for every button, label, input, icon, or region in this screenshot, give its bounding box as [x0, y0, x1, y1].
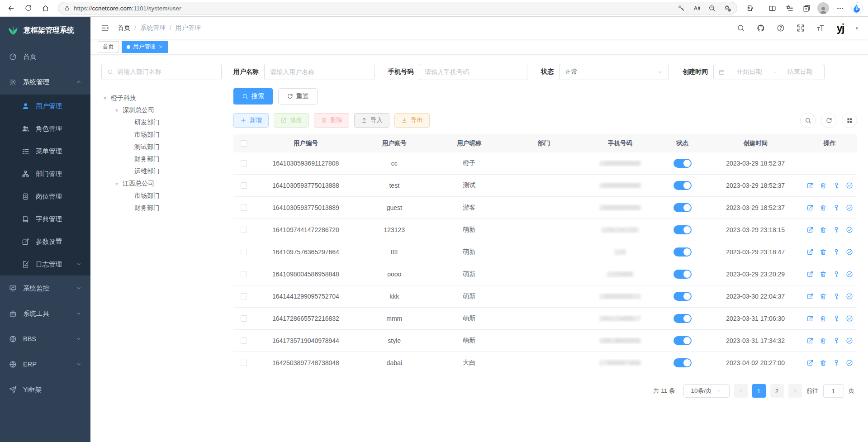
close-icon[interactable] — [158, 44, 163, 49]
collections-icon[interactable] — [800, 2, 813, 14]
row-reset-password-icon[interactable] — [833, 248, 840, 256]
row-delete-icon[interactable] — [820, 182, 827, 189]
profile-avatar[interactable] — [817, 2, 829, 14]
row-delete-icon[interactable] — [820, 271, 827, 278]
address-bar[interactable]: https://ccnetcore.com:1101/system/user — [58, 2, 737, 14]
status-select[interactable]: 正常 — [559, 64, 669, 80]
username-input[interactable] — [264, 64, 375, 80]
sidebar-item-dict-mgmt[interactable]: 字典管理 — [0, 208, 90, 230]
tree-node[interactable]: 研发部门 — [101, 116, 222, 128]
page-button-2[interactable]: 2 — [770, 384, 784, 398]
row-checkbox[interactable] — [241, 249, 247, 255]
tree-node[interactable]: 财务部门 — [101, 202, 222, 214]
row-delete-icon[interactable] — [820, 204, 827, 211]
row-reset-password-icon[interactable] — [833, 226, 840, 233]
row-edit-icon[interactable] — [806, 315, 814, 322]
row-edit-icon[interactable] — [806, 248, 814, 256]
tab-user-mgmt[interactable]: 用户管理 — [122, 41, 168, 53]
row-reset-password-icon[interactable] — [833, 271, 840, 278]
row-edit-icon[interactable] — [806, 337, 814, 344]
sidebar-item-bbs[interactable]: BBS — [0, 326, 90, 352]
row-assign-role-icon[interactable] — [846, 204, 853, 211]
row-delete-icon[interactable] — [820, 359, 827, 366]
tree-node[interactable]: ▾江西总公司 — [101, 177, 222, 190]
row-assign-role-icon[interactable] — [846, 182, 853, 189]
goto-page-input[interactable] — [823, 384, 844, 398]
browser-back-button[interactable] — [5, 2, 17, 14]
zoom-out-icon[interactable] — [706, 2, 718, 14]
sidebar-item-monitor[interactable]: 系统监控 — [0, 276, 90, 301]
next-page-button[interactable] — [788, 384, 802, 398]
browser-refresh-button[interactable] — [22, 2, 34, 14]
date-range-picker[interactable]: 开始日期 - 结束日期 — [713, 64, 825, 80]
row-delete-icon[interactable] — [820, 315, 827, 322]
status-toggle[interactable] — [674, 203, 692, 212]
sidebar-item-system[interactable]: 系统管理 — [0, 69, 90, 95]
tree-node[interactable]: ▾橙子科技 — [101, 92, 222, 104]
more-menu-icon[interactable] — [834, 2, 846, 14]
status-toggle[interactable] — [674, 314, 692, 323]
sidebar-item-user-mgmt[interactable]: 用户管理 — [0, 95, 90, 117]
sidebar-item-menu-mgmt[interactable]: 菜单管理 — [0, 140, 90, 162]
row-delete-icon[interactable] — [820, 248, 827, 256]
row-checkbox[interactable] — [241, 227, 247, 233]
copilot-icon[interactable] — [851, 2, 863, 14]
phone-input[interactable] — [419, 64, 527, 80]
row-reset-password-icon[interactable] — [833, 204, 840, 211]
row-checkbox[interactable] — [241, 271, 247, 277]
sidebar-item-post-mgmt[interactable]: 岗位管理 — [0, 185, 90, 208]
prev-page-button[interactable] — [734, 384, 748, 398]
row-assign-role-icon[interactable] — [846, 315, 853, 322]
row-delete-icon[interactable] — [820, 293, 827, 300]
breadcrumb-system[interactable]: 系统管理 — [140, 24, 166, 32]
export-button[interactable]: 导出 — [394, 113, 430, 128]
header-search-icon[interactable] — [737, 24, 745, 32]
row-assign-role-icon[interactable] — [846, 271, 853, 278]
row-reset-password-icon[interactable] — [833, 337, 840, 344]
github-icon[interactable] — [757, 24, 765, 32]
status-toggle[interactable] — [674, 159, 692, 168]
tree-node[interactable]: 市场部门 — [101, 190, 222, 202]
row-delete-icon[interactable] — [820, 337, 827, 344]
password-key-icon[interactable] — [675, 2, 687, 14]
tab-home[interactable]: 首页 — [98, 41, 119, 53]
add-button[interactable]: 新增 — [233, 113, 269, 128]
row-reset-password-icon[interactable] — [833, 293, 840, 300]
status-toggle[interactable] — [674, 336, 692, 345]
row-reset-password-icon[interactable] — [833, 359, 840, 366]
favorite-add-icon[interactable] — [721, 2, 733, 14]
sidebar-item-tools[interactable]: 系统工具 — [0, 301, 90, 326]
row-reset-password-icon[interactable] — [833, 182, 840, 189]
user-menu-caret-icon[interactable]: ▾ — [855, 25, 858, 31]
import-button[interactable]: 导入 — [354, 113, 389, 128]
row-checkbox[interactable] — [241, 204, 247, 211]
user-avatar-logo[interactable]: yj — [836, 23, 844, 33]
reset-button[interactable]: 重置 — [278, 88, 318, 105]
page-size-select[interactable]: 10条/页 — [683, 384, 730, 398]
row-reset-password-icon[interactable] — [833, 315, 840, 322]
dept-search-input[interactable]: 请输入部门名称 — [101, 64, 222, 80]
row-edit-icon[interactable] — [806, 293, 814, 300]
sidebar-toggle-icon[interactable] — [100, 24, 109, 33]
status-toggle[interactable] — [674, 181, 692, 190]
extensions-icon[interactable] — [744, 2, 756, 14]
status-toggle[interactable] — [674, 292, 692, 301]
row-assign-role-icon[interactable] — [846, 248, 853, 256]
fullscreen-icon[interactable] — [797, 24, 805, 32]
sidebar-item-role-mgmt[interactable]: 角色管理 — [0, 117, 90, 140]
status-toggle[interactable] — [674, 247, 692, 257]
help-icon[interactable] — [777, 24, 785, 32]
table-refresh-button[interactable] — [821, 113, 836, 128]
sidebar-item-yi-frame[interactable]: Yi框架 — [0, 377, 90, 402]
row-edit-icon[interactable] — [806, 204, 814, 211]
row-edit-icon[interactable] — [806, 182, 814, 189]
row-checkbox[interactable] — [241, 160, 247, 166]
sidebar-item-log-mgmt[interactable]: 日志管理 — [0, 253, 90, 276]
status-toggle[interactable] — [674, 225, 692, 234]
row-assign-role-icon[interactable] — [846, 337, 853, 344]
font-size-icon[interactable] — [816, 24, 825, 32]
row-edit-icon[interactable] — [806, 271, 814, 278]
row-checkbox[interactable] — [241, 182, 247, 189]
breadcrumb-home[interactable]: 首页 — [118, 24, 130, 32]
tree-node[interactable]: 运维部门 — [101, 165, 222, 177]
